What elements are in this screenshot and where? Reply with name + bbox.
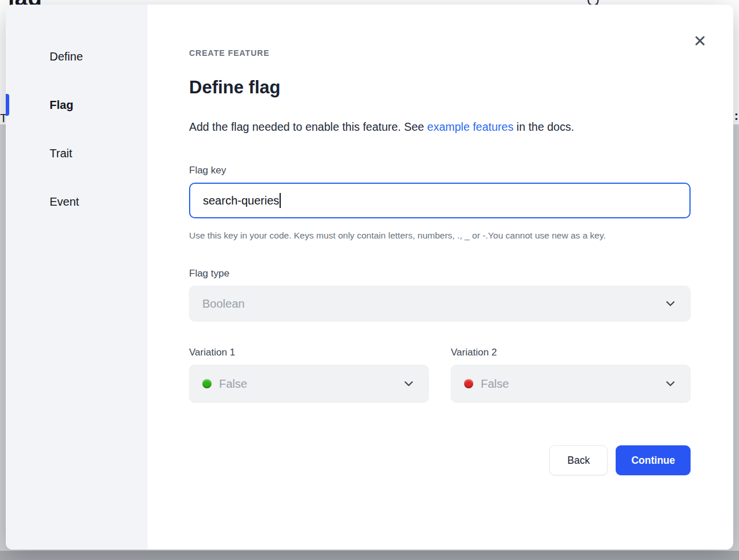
chevron-down-icon	[663, 377, 677, 391]
flag-type-select[interactable]: Boolean	[189, 286, 691, 321]
modal-footer: Back Continue	[189, 445, 691, 475]
variation-1-label: Variation 1	[189, 347, 429, 358]
flag-type-value: Boolean	[202, 297, 244, 311]
description-text-after: in the docs.	[514, 120, 574, 133]
variation-2-label: Variation 2	[451, 347, 691, 358]
step-flag-label: Flag	[50, 99, 73, 112]
variation-2-group: Variation 2 False	[451, 347, 691, 403]
flag-key-value: search-queries	[203, 194, 279, 207]
step-define-label: Define	[50, 50, 83, 63]
step-define[interactable]: Define	[6, 32, 148, 81]
step-event[interactable]: Event	[6, 177, 148, 226]
variation-1-value: False	[219, 377, 247, 391]
continue-button[interactable]: Continue	[616, 445, 691, 475]
red-status-dot	[464, 379, 473, 388]
flag-key-group: Flag key search-queries Use this key in …	[189, 165, 696, 243]
flag-type-label: Flag type	[189, 268, 696, 279]
wizard-steps-sidebar: Define Flag Trait Event	[6, 5, 148, 550]
variation-1-select[interactable]: False	[189, 365, 429, 403]
create-feature-modal: Define Flag Trait Event ✕ CREATE FEATURE…	[6, 5, 733, 550]
underlying-text-fragment-right: :	[734, 108, 738, 123]
step-flag[interactable]: Flag	[6, 81, 148, 129]
modal-description: Add the flag needed to enable this featu…	[189, 116, 668, 137]
variation-2-value: False	[481, 377, 509, 391]
variation-2-select[interactable]: False	[451, 365, 691, 403]
variations-row: Variation 1 False Variation 2 False	[189, 347, 696, 403]
underlying-page-footer	[0, 551, 739, 560]
variation-1-group: Variation 1 False	[189, 347, 429, 403]
text-caret	[280, 193, 281, 208]
step-event-label: Event	[50, 195, 79, 209]
flag-key-label: Flag key	[189, 165, 696, 176]
flag-key-input[interactable]: search-queries	[189, 183, 691, 218]
green-status-dot	[202, 379, 212, 388]
chevron-down-icon	[402, 377, 416, 391]
flag-key-help-text: Use this key in your code. Keys must onl…	[189, 229, 656, 243]
modal-content: ✕ CREATE FEATURE Define flag Add the fla…	[148, 5, 733, 550]
chevron-down-icon	[663, 297, 677, 311]
back-button[interactable]: Back	[549, 445, 608, 475]
modal-eyebrow: CREATE FEATURE	[189, 48, 696, 58]
close-icon[interactable]: ✕	[693, 33, 707, 50]
description-text-before: Add the flag needed to enable this featu…	[189, 120, 427, 133]
step-trait-label: Trait	[50, 147, 72, 160]
example-features-link[interactable]: example features	[427, 120, 514, 133]
flag-type-group: Flag type Boolean	[189, 268, 696, 321]
page-title: Define flag	[189, 77, 696, 98]
step-trait[interactable]: Trait	[6, 129, 148, 177]
